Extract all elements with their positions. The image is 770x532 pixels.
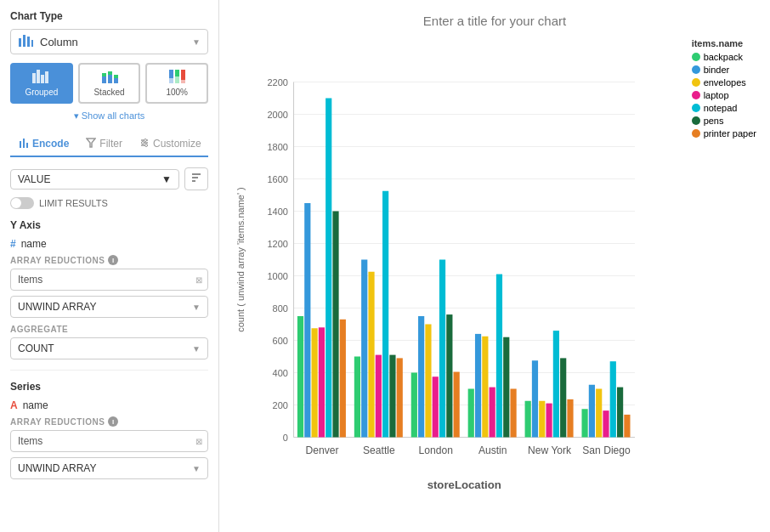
legend-item: backpack: [692, 52, 756, 62]
legend-item: laptop: [692, 90, 756, 100]
svg-text:1600: 1600: [267, 174, 287, 184]
chart-title-input[interactable]: [233, 14, 756, 28]
svg-text:1000: 1000: [267, 271, 287, 281]
y-axis-unwind-arrow-icon: ▼: [192, 303, 201, 312]
svg-text:0: 0: [283, 433, 288, 443]
series-unwind-array-dropdown[interactable]: UNWIND ARRAY ▼: [10, 457, 208, 479]
svg-rect-19: [181, 70, 185, 80]
aggregate-count-dropdown[interactable]: COUNT ▼: [10, 337, 208, 359]
svg-text:200: 200: [273, 400, 288, 410]
svg-rect-67: [354, 357, 360, 438]
chart-style-buttons: Grouped Stacked: [10, 63, 208, 104]
svg-rect-97: [567, 399, 573, 438]
100percent-button[interactable]: 100%: [145, 63, 208, 104]
svg-rect-65: [340, 320, 346, 438]
y-axis-items-row[interactable]: Items ⊠: [10, 269, 208, 291]
value-arrow-icon: ▼: [161, 173, 172, 185]
svg-rect-1: [23, 35, 25, 47]
svg-rect-6: [41, 75, 44, 83]
100percent-icon: [150, 70, 203, 86]
chart-type-dropdown[interactable]: Column ▼: [10, 29, 208, 54]
svg-rect-93: [539, 401, 545, 438]
svg-text:London: London: [419, 444, 453, 456]
svg-text:Austin: Austin: [478, 444, 507, 456]
svg-rect-60: [304, 203, 310, 438]
svg-rect-11: [108, 71, 112, 75]
series-field-name: name: [23, 399, 48, 411]
100percent-label: 100%: [166, 88, 188, 97]
y-axis-field-name: name: [21, 238, 47, 250]
legend-label: envelopes: [704, 77, 746, 88]
tab-filter[interactable]: Filter: [77, 132, 131, 156]
svg-rect-99: [581, 409, 587, 437]
encode-tabs: Encode Filter Customize: [10, 132, 208, 157]
tab-customize[interactable]: Customize: [131, 132, 210, 156]
limit-toggle[interactable]: [10, 197, 34, 209]
svg-rect-83: [468, 389, 474, 438]
svg-rect-89: [510, 389, 516, 438]
svg-rect-9: [102, 73, 106, 76]
encode-value-row: VALUE ▼: [10, 167, 208, 190]
series-unwind-arrow-icon: ▼: [192, 464, 201, 473]
y-axis-unwind-array-dropdown[interactable]: UNWIND ARRAY ▼: [10, 296, 208, 318]
svg-rect-70: [376, 355, 382, 438]
svg-text:800: 800: [273, 303, 288, 314]
svg-rect-91: [525, 401, 531, 438]
svg-rect-94: [546, 404, 552, 438]
toggle-knob: [11, 198, 21, 208]
svg-rect-63: [326, 99, 331, 438]
svg-rect-80: [446, 314, 452, 437]
svg-rect-95: [553, 331, 559, 437]
svg-rect-69: [368, 272, 374, 438]
limit-results-label: LIMIT RESULTS: [39, 198, 108, 208]
svg-rect-59: [297, 316, 303, 438]
svg-rect-12: [114, 78, 118, 83]
series-field-row: A name: [10, 399, 208, 411]
stacked-button[interactable]: Stacked: [78, 63, 141, 104]
svg-rect-13: [114, 75, 118, 78]
svg-rect-103: [610, 361, 616, 437]
svg-rect-101: [596, 389, 602, 438]
y-axis-items-label: Items: [11, 269, 190, 290]
svg-rect-104: [617, 388, 623, 438]
legend-item: binder: [692, 65, 756, 75]
chart-type-title: Chart Type: [10, 10, 208, 22]
svg-rect-73: [397, 358, 403, 437]
svg-rect-100: [589, 385, 595, 438]
sort-button[interactable]: [184, 167, 208, 190]
svg-text:1400: 1400: [267, 207, 287, 217]
svg-rect-96: [560, 358, 566, 437]
svg-rect-105: [624, 415, 630, 438]
legend-dot: [692, 65, 700, 74]
chart-legend: items.name backpackbinderenvelopeslaptop…: [692, 38, 756, 141]
grouped-icon: [15, 70, 68, 86]
series-items-label: Items: [11, 431, 190, 451]
legend-title: items.name: [692, 38, 756, 48]
show-all-charts-link[interactable]: ▾ Show all charts: [10, 110, 208, 122]
series-section: Series A name ARRAY REDUCTIONS i Items ⊠…: [10, 381, 208, 479]
chart-type-label: Column: [40, 36, 192, 48]
series-items-row[interactable]: Items ⊠: [10, 430, 208, 452]
y-axis-field-row: # name: [10, 238, 208, 250]
svg-text:New York: New York: [528, 444, 572, 456]
svg-text:600: 600: [273, 336, 288, 346]
svg-rect-5: [37, 70, 40, 83]
legend-dot: [692, 116, 700, 125]
value-dropdown[interactable]: VALUE ▼: [10, 169, 179, 190]
grouped-button[interactable]: Grouped: [10, 63, 73, 104]
svg-rect-2: [27, 37, 30, 47]
svg-rect-4: [32, 73, 36, 83]
svg-rect-61: [312, 328, 318, 437]
svg-point-28: [142, 142, 144, 144]
encode-icon: [19, 137, 29, 150]
series-unwind-label: UNWIND ARRAY: [18, 462, 96, 474]
chart-svg: 0200400600800100012001400160018002000220…: [233, 38, 756, 518]
legend-dot: [692, 91, 700, 99]
svg-rect-71: [382, 191, 388, 438]
series-items-expand-icon: ⊠: [190, 433, 207, 450]
legend-item: envelopes: [692, 77, 756, 88]
svg-text:2000: 2000: [267, 110, 287, 120]
svg-rect-88: [503, 337, 509, 438]
tab-encode[interactable]: Encode: [10, 132, 77, 157]
svg-rect-0: [19, 38, 21, 47]
